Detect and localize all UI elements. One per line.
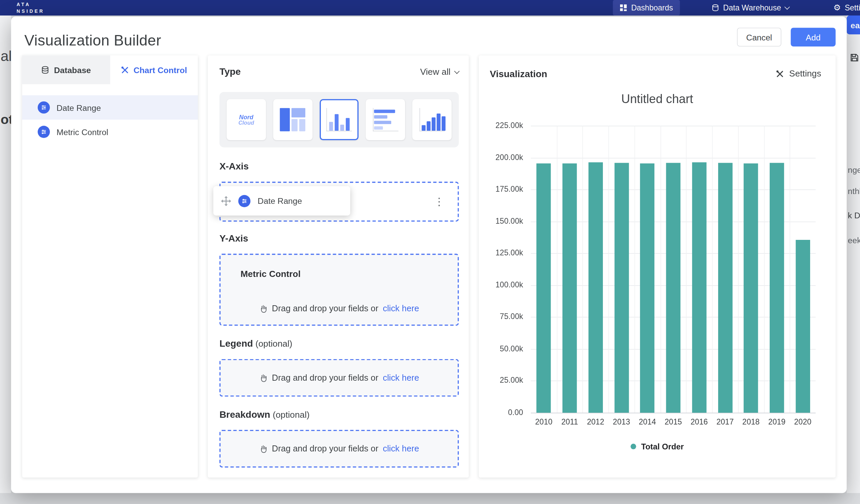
- y-axis-drop-zone[interactable]: Metric Control Drag and drop your fields…: [219, 254, 459, 326]
- y-tick-label: 175.00k: [496, 185, 523, 193]
- bar-2011[interactable]: [562, 163, 577, 413]
- builder-panel: Type View all Nord Cloud: [208, 55, 469, 477]
- x-axis-label: X-Axis: [219, 161, 459, 172]
- y-axis-tick-labels: 0.0025.00k50.00k75.00k100.00k125.00k150.…: [479, 126, 524, 413]
- dragged-field-label: Date Range: [258, 196, 302, 205]
- click-here-link[interactable]: click here: [383, 373, 419, 383]
- wordcloud-word-1: Nord: [238, 114, 254, 120]
- add-button[interactable]: Add: [791, 28, 835, 46]
- bar-2012[interactable]: [588, 162, 603, 413]
- visualization-panel: Visualization Settings Untitled chart 0.…: [479, 55, 836, 477]
- bar-chart-plot: 2010201120122013201420152016201720182019…: [531, 126, 816, 413]
- control-icon: [38, 101, 50, 114]
- page-fragment-year-button: ear: [847, 15, 860, 34]
- x-tick-label: 2015: [664, 417, 682, 426]
- chart-type-column-thumb[interactable]: [319, 99, 359, 140]
- drag-hand-icon: [259, 304, 268, 313]
- click-here-link[interactable]: click here: [383, 304, 419, 314]
- x-tick-label: 2013: [613, 417, 630, 426]
- field-list: Date Range Metric Control: [22, 95, 198, 144]
- page-left-edge: al ota: [0, 15, 11, 493]
- fields-panel: Database Chart Control Date Range Metric…: [22, 55, 198, 477]
- dragged-field-card[interactable]: Date Range: [213, 186, 350, 215]
- y-axis-zone-title: Metric Control: [241, 269, 301, 279]
- brand-line-1: ATA: [16, 1, 44, 8]
- wordcloud-preview: Nord Cloud: [238, 114, 254, 126]
- chevron-down-icon: [454, 68, 460, 74]
- dashboard-grid-icon: [619, 4, 627, 12]
- bar-2017[interactable]: [718, 163, 732, 413]
- chart-type-column2-thumb[interactable]: [413, 99, 452, 140]
- bar-slot: 2018: [738, 126, 764, 413]
- view-all-label: View all: [420, 67, 450, 77]
- brand-logo: ATA NSIDER: [16, 1, 44, 14]
- breakdown-section-label: Breakdown (optional): [219, 409, 459, 420]
- nav-dashboards[interactable]: Dashboards: [613, 0, 680, 15]
- legend-label: Legend: [219, 339, 253, 349]
- y-axis-label: Y-Axis: [219, 233, 459, 244]
- x-tick-label: 2020: [794, 417, 812, 426]
- page-right-edge: nge nthly k Date eekly ear: [847, 15, 860, 493]
- visualization-builder-modal: Visualization Builder Cancel Add Databas…: [11, 16, 847, 493]
- x-tick-label: 2012: [587, 417, 604, 426]
- x-axis-item-menu[interactable]: ⋮: [434, 197, 444, 207]
- gear-icon: ⚙: [833, 3, 841, 13]
- chart-type-layout-thumb[interactable]: [273, 99, 312, 140]
- column-chart2-preview: [419, 108, 445, 131]
- x-tick-label: 2019: [768, 417, 786, 426]
- nav-data-warehouse-label: Data Warehouse: [723, 3, 781, 12]
- click-here-link[interactable]: click here: [383, 444, 419, 454]
- bar-slot: 2020: [790, 126, 816, 413]
- y-tick-label: 100.00k: [496, 280, 523, 289]
- chart-title: Untitled chart: [479, 92, 836, 106]
- bar-2016[interactable]: [692, 162, 706, 413]
- bar-2010[interactable]: [536, 163, 551, 413]
- x-tick-label: 2011: [561, 417, 578, 426]
- view-all-button[interactable]: View all: [420, 67, 459, 77]
- fields-panel-tabs: Database Chart Control: [22, 55, 198, 84]
- chart-type-horizontal-bar-thumb[interactable]: [366, 99, 405, 140]
- y-tick-label: 125.00k: [496, 248, 523, 257]
- horizontal-bar-preview: [373, 108, 398, 131]
- database-icon: [41, 66, 49, 74]
- bar-slot: 2010: [531, 126, 557, 413]
- page-fragment-right-1: nge: [848, 165, 860, 174]
- bar-slot: 2015: [660, 126, 686, 413]
- field-item-date-range[interactable]: Date Range: [22, 95, 198, 119]
- legend-optional-label: (optional): [255, 339, 292, 348]
- bar-2013[interactable]: [614, 163, 629, 413]
- breakdown-drop-zone[interactable]: Drag and drop your fields or click here: [219, 430, 459, 467]
- bar-2018[interactable]: [744, 163, 758, 413]
- drop-hint-text: Drag and drop your fields or: [272, 304, 378, 314]
- control-icon: [38, 126, 50, 138]
- tools-icon: [776, 69, 784, 78]
- layout-preview: [280, 108, 306, 131]
- bar-2019[interactable]: [770, 163, 784, 413]
- visualization-panel-title: Visualization: [490, 69, 547, 80]
- tab-chart-control[interactable]: Chart Control: [110, 55, 198, 84]
- legend-drop-zone[interactable]: Drag and drop your fields or click here: [219, 359, 459, 397]
- bar-2015[interactable]: [666, 163, 681, 413]
- field-item-label: Date Range: [57, 103, 101, 112]
- field-item-metric-control[interactable]: Metric Control: [22, 119, 198, 144]
- move-icon: [221, 196, 231, 206]
- page-fragment-right-4: eekly: [848, 235, 860, 245]
- x-tick-label: 2018: [742, 417, 760, 426]
- bar-2014[interactable]: [640, 163, 655, 413]
- legend-section-label: Legend (optional): [219, 339, 459, 350]
- bar-2020[interactable]: [796, 240, 810, 413]
- y-tick-label: 0.00: [508, 408, 523, 416]
- y-axis-drop-hint: Drag and drop your fields or click here: [220, 304, 458, 314]
- settings-button[interactable]: Settings: [776, 69, 821, 79]
- chart-type-wordcloud-thumb[interactable]: Nord Cloud: [227, 99, 266, 140]
- nav-data-warehouse[interactable]: Data Warehouse: [705, 0, 796, 15]
- y-tick-label: 150.00k: [496, 216, 523, 225]
- nav-settings[interactable]: ⚙ Settin: [827, 0, 860, 15]
- chart-type-list: Nord Cloud: [219, 92, 459, 147]
- field-item-label: Metric Control: [57, 127, 109, 136]
- breakdown-label: Breakdown: [219, 409, 270, 420]
- x-tick-label: 2010: [535, 417, 552, 426]
- cancel-button[interactable]: Cancel: [737, 28, 782, 46]
- tab-database[interactable]: Database: [22, 55, 110, 84]
- drag-hand-icon: [259, 444, 268, 453]
